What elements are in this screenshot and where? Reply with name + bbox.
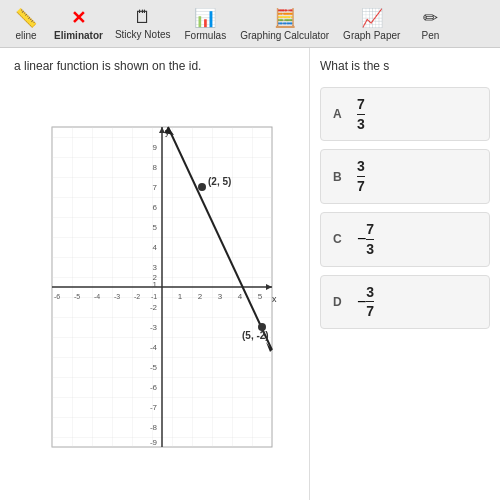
svg-text:2: 2 [197,292,202,301]
right-question-text: What is the s [320,58,490,75]
toolbar-formulas[interactable]: 📊 Formulas [178,5,232,43]
svg-text:6: 6 [152,203,157,212]
point2-label: (5, -2) [242,330,269,341]
svg-text:-2: -2 [149,303,157,312]
svg-text:4: 4 [237,292,242,301]
option-a-letter: A [333,107,347,121]
toolbar-eliminator[interactable]: ✕ Eliminator [50,5,107,43]
toolbar-graph-paper[interactable]: 📈 Graph Paper [337,5,406,43]
svg-text:-4: -4 [149,343,157,352]
option-b-fraction: 3 7 [357,158,365,195]
toolbar-pen[interactable]: ✏ Pen [408,5,452,43]
svg-text:3: 3 [152,263,157,272]
svg-text:-4: -4 [93,293,99,300]
svg-text:-5: -5 [73,293,79,300]
x-axis-label: x [272,294,277,304]
option-c-fraction: − 7 3 [357,221,374,258]
svg-text:-1: -1 [150,293,156,300]
option-a-fraction: 7 3 [357,96,365,133]
question-text: a linear function is shown on the id. [14,58,299,75]
option-d-letter: D [333,295,347,309]
answer-option-d[interactable]: D − 3 7 [320,275,490,330]
svg-text:-3: -3 [113,293,119,300]
graph-svg: x y 1 2 3 4 5 -6 -5 -4 -3 -2 -1 9 8 7 [32,117,282,457]
toolbar: 📏 eline ✕ Eliminator 🗒 Sticky Notes 📊 Fo… [0,0,500,48]
svg-text:7: 7 [152,183,157,192]
svg-text:-6: -6 [53,293,59,300]
answer-option-a[interactable]: A 7 3 [320,87,490,142]
toolbar-eline[interactable]: 📏 eline [4,5,48,43]
svg-text:4: 4 [152,243,157,252]
graphing-calculator-icon: 🧮 [274,7,296,29]
svg-text:-2: -2 [133,293,139,300]
main-content: a linear function is shown on the id. [0,48,500,500]
graph-container: x y 1 2 3 4 5 -6 -5 -4 -3 -2 -1 9 8 7 [14,85,299,490]
svg-point-37 [198,183,206,191]
point1-label: (2, 5) [208,176,231,187]
graph-paper-icon: 📈 [361,7,383,29]
svg-text:1: 1 [177,292,182,301]
option-d-fraction: − 3 7 [357,284,374,321]
answer-option-c[interactable]: C − 7 3 [320,212,490,267]
sticky-notes-icon: 🗒 [134,7,152,28]
svg-text:5: 5 [152,223,157,232]
option-b-letter: B [333,170,347,184]
svg-text:1: 1 [152,280,157,289]
svg-text:3: 3 [217,292,222,301]
formulas-icon: 📊 [194,7,216,29]
left-panel: a linear function is shown on the id. [0,48,310,500]
toolbar-graphing-calculator[interactable]: 🧮 Graphing Calculator [234,5,335,43]
svg-text:-5: -5 [149,363,157,372]
answer-option-b[interactable]: B 3 7 [320,149,490,204]
svg-text:-9: -9 [149,438,157,447]
svg-text:-8: -8 [149,423,157,432]
svg-text:9: 9 [152,143,157,152]
eline-icon: 📏 [15,7,37,29]
right-panel: What is the s A 7 3 B 3 7 C [310,48,500,500]
option-c-letter: C [333,232,347,246]
svg-text:-6: -6 [149,383,157,392]
close-icon: ✕ [71,7,86,29]
svg-text:-3: -3 [149,323,157,332]
svg-text:5: 5 [257,292,262,301]
svg-text:-7: -7 [149,403,157,412]
svg-text:8: 8 [152,163,157,172]
pen-icon: ✏ [423,7,438,29]
toolbar-sticky-notes[interactable]: 🗒 Sticky Notes [109,5,177,42]
